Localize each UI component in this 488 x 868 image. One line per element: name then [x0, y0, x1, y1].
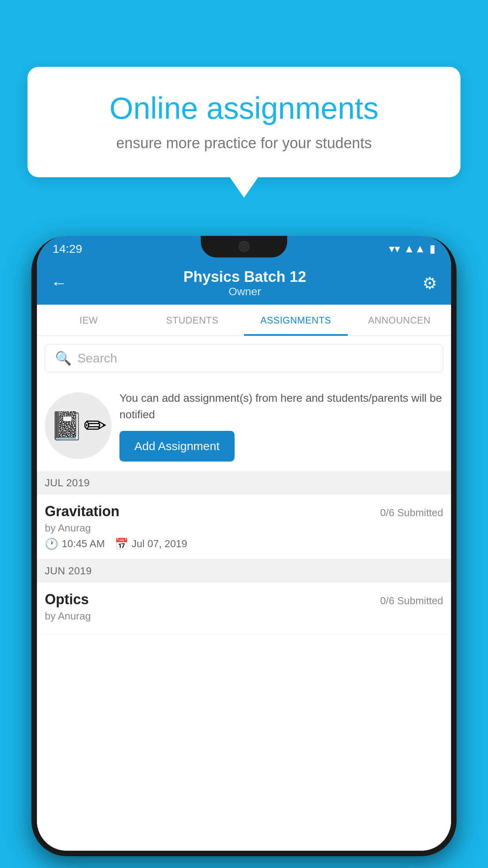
calendar-icon: 📅 [115, 537, 128, 550]
add-assignment-button[interactable]: Add Assignment [119, 431, 235, 462]
notebook-icon: 📓✏ [50, 410, 107, 442]
assignment-row: Optics 0/6 Submitted [45, 591, 443, 608]
camera [238, 241, 250, 252]
phone-screen: 14:29 ▾▾ ▲▲ ▮ ← Physics Batch 12 Owner ⚙… [37, 236, 451, 851]
speech-bubble: Online assignments ensure more practice … [28, 67, 460, 177]
section-header-jul: JUL 2019 [37, 471, 451, 495]
assignment-by: by Anurag [45, 522, 443, 534]
signal-icon: ▲▲ [404, 243, 426, 255]
promo-card: Online assignments ensure more practice … [28, 67, 460, 177]
batch-subtitle: Owner [183, 285, 306, 298]
battery-icon: ▮ [429, 242, 435, 255]
section-header-jun: JUN 2019 [37, 559, 451, 583]
search-bar[interactable]: 🔍 Search [45, 344, 443, 372]
assignment-name: Gravitation [45, 503, 119, 520]
tab-assignments[interactable]: ASSIGNMENTS [244, 305, 348, 336]
submitted-count: 0/6 Submitted [380, 595, 443, 607]
wifi-icon: ▾▾ [389, 242, 400, 255]
promo-heading: Online assignments [55, 90, 433, 126]
assignment-row: Gravitation 0/6 Submitted [45, 503, 443, 520]
tab-iew[interactable]: IEW [37, 305, 141, 336]
phone-frame: 14:29 ▾▾ ▲▲ ▮ ← Physics Batch 12 Owner ⚙… [31, 236, 457, 856]
promo-right: You can add assignment(s) from here and … [119, 390, 443, 462]
header-center: Physics Batch 12 Owner [183, 268, 306, 298]
tab-students[interactable]: STUDENTS [141, 305, 244, 336]
submitted-count: 0/6 Submitted [380, 507, 443, 519]
assignment-by: by Anurag [45, 610, 443, 622]
assignment-item-gravitation[interactable]: Gravitation 0/6 Submitted by Anurag 🕐 10… [37, 495, 451, 559]
settings-icon[interactable]: ⚙ [422, 274, 437, 293]
promo-section: 📓✏ You can add assignment(s) from here a… [37, 380, 451, 471]
clock-icon: 🕐 [45, 537, 59, 550]
promo-subtext: ensure more practice for your students [55, 135, 433, 152]
content-area: 🔍 Search 📓✏ You can add assignment(s) fr… [37, 336, 451, 851]
assignment-name: Optics [45, 591, 89, 608]
assignment-time: 🕐 10:45 AM [45, 537, 105, 550]
assignment-item-optics[interactable]: Optics 0/6 Submitted by Anurag [37, 583, 451, 634]
batch-title: Physics Batch 12 [183, 268, 306, 285]
tabs-bar: IEW STUDENTS ASSIGNMENTS ANNOUNCEN [37, 305, 451, 336]
back-button[interactable]: ← [51, 274, 67, 292]
promo-description: You can add assignment(s) from here and … [119, 390, 443, 423]
status-time: 14:29 [53, 242, 82, 256]
promo-icon-circle: 📓✏ [45, 392, 112, 459]
search-input[interactable]: Search [77, 351, 117, 366]
assignment-meta: 🕐 10:45 AM 📅 Jul 07, 2019 [45, 537, 443, 550]
app-header: ← Physics Batch 12 Owner ⚙ [37, 261, 451, 305]
status-icons: ▾▾ ▲▲ ▮ [389, 242, 435, 255]
phone-notch [201, 236, 287, 257]
search-icon: 🔍 [55, 350, 72, 366]
assignment-date: 📅 Jul 07, 2019 [115, 537, 187, 550]
tab-announcements[interactable]: ANNOUNCEN [348, 305, 451, 336]
